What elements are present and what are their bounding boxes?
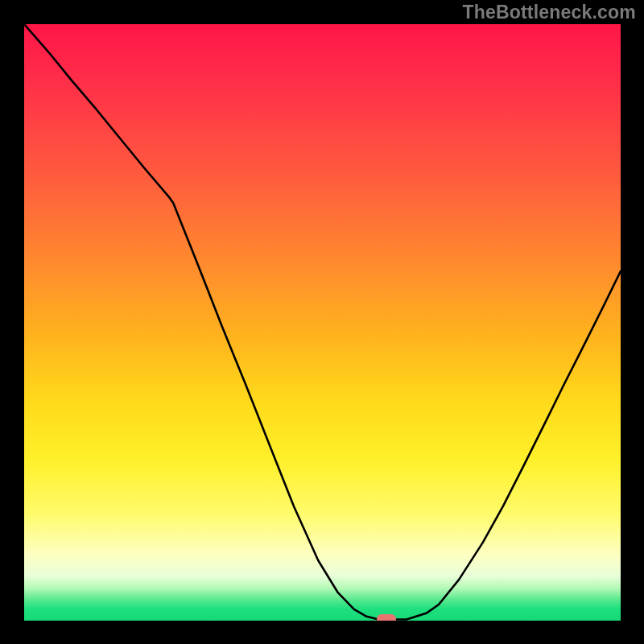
chart-frame: TheBottleneck.com [0,0,644,644]
watermark-text: TheBottleneck.com [462,2,636,23]
bottleneck-curve [24,24,621,621]
plot-area [24,24,621,621]
curve-path [24,24,621,620]
optimal-point-marker [377,614,396,621]
